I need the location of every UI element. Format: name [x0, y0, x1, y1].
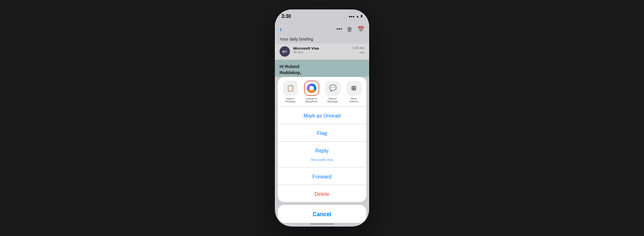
- addin-upload-sharepoint[interactable]: Upload toSharePoint: [303, 81, 321, 103]
- reply-label: Reply: [315, 148, 329, 153]
- delete-item[interactable]: Delete: [278, 185, 366, 202]
- phone-frame: 3:30 ●●● ▲ ▮ ‹ ••• 🗑 📅 Your daily briefi…: [275, 9, 369, 227]
- upload-sharepoint-label: Upload toSharePoint: [305, 97, 318, 103]
- mark-as-unread-item[interactable]: Mark as Unread: [278, 107, 366, 124]
- forward-label: Forward: [313, 174, 331, 179]
- flag-item[interactable]: Flag: [278, 124, 366, 142]
- report-phishing-label: ReportPhishing: [285, 97, 295, 103]
- report-message-icon-wrap: 💬: [325, 81, 340, 96]
- report-phishing-icon-wrap: 📋: [283, 81, 298, 96]
- delete-label: Delete: [314, 191, 330, 197]
- sharepoint-icon: [307, 84, 316, 93]
- report-message-icon: 💬: [329, 84, 337, 92]
- action-sheet: 📋 ReportPhishing Upload toSharePoint 💬: [278, 77, 366, 202]
- flag-label: Flag: [317, 130, 327, 136]
- forward-item[interactable]: Forward: [278, 168, 366, 185]
- mark-as-unread-label: Mark as Unread: [304, 113, 340, 118]
- addin-report-phishing[interactable]: 📋 ReportPhishing: [281, 81, 299, 103]
- bottom-sheet-overlay: 📋 ReportPhishing Upload toSharePoint 💬: [275, 9, 369, 227]
- reply-sublabel: Microsoft Viva: [311, 158, 333, 162]
- addins-row: 📋 ReportPhishing Upload toSharePoint 💬: [278, 77, 366, 107]
- report-message-label: ReportMessage: [327, 97, 338, 103]
- addin-report-message[interactable]: 💬 ReportMessage: [324, 81, 342, 103]
- more-addins-icon: ⊞: [351, 84, 356, 92]
- reply-item[interactable]: Reply Microsoft Viva: [278, 142, 366, 168]
- more-addins-icon-wrap: ⊞: [347, 81, 362, 96]
- upload-sharepoint-icon-wrap: [304, 81, 319, 96]
- more-addins-label: MoreAdd-Ins: [349, 97, 358, 103]
- cancel-label: Cancel: [313, 211, 331, 218]
- report-phishing-icon: 📋: [287, 84, 294, 92]
- cancel-button[interactable]: Cancel: [278, 205, 366, 223]
- home-indicator: [310, 223, 334, 225]
- addin-more-addins[interactable]: ⊞ MoreAdd-Ins: [345, 81, 363, 103]
